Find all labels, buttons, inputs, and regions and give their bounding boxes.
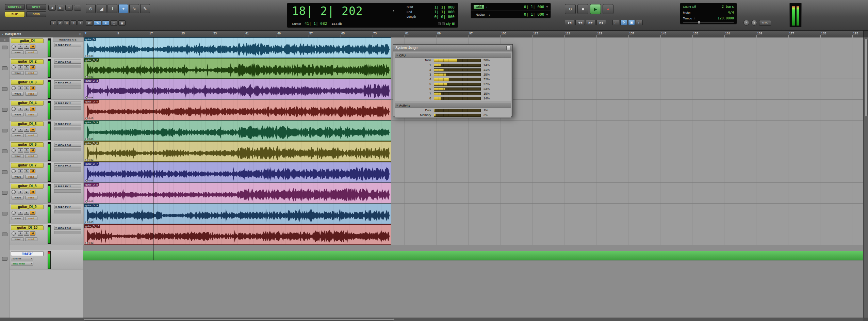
record-enable-button[interactable]	[12, 211, 16, 215]
pre-roll-button[interactable]: ▣	[628, 20, 635, 25]
mute-button[interactable]: M	[30, 45, 35, 49]
mute-button[interactable]: M	[30, 86, 35, 90]
edit-mode-shuffle[interactable]: SHUFFLE	[5, 4, 25, 10]
solo-button[interactable]: S	[24, 190, 29, 194]
input-monitor-button[interactable]: I	[18, 190, 23, 194]
master-track-name[interactable]: master	[11, 251, 44, 256]
automation-mode-selector[interactable]: read	[25, 175, 37, 179]
track-lane[interactable]: guitar_DI_100 dB	[83, 224, 863, 245]
stop-button[interactable]: ■	[577, 4, 588, 14]
insert-slot-a[interactable]: BIAS FX 2	[54, 143, 81, 147]
tab-to-transient-button[interactable]: ▢	[110, 20, 117, 26]
track-view-selector[interactable]: wave	[12, 216, 24, 220]
insert-slot-b[interactable]	[54, 85, 81, 89]
ruler-tick-161[interactable]: 161	[724, 31, 735, 37]
automation-mode-selector[interactable]: read	[25, 92, 37, 96]
chevron-down-icon[interactable]: ▾	[546, 13, 548, 16]
chevron-down-icon[interactable]: ▾	[79, 33, 81, 36]
track-name[interactable]: guitar_DI_8	[11, 184, 44, 189]
mtc-button[interactable]: MTC	[759, 20, 771, 26]
track-name[interactable]: guitar_DI_6	[11, 142, 44, 147]
zoom-tool[interactable]: ⊙	[86, 4, 96, 13]
ruler-ticks[interactable]: ▼ 91725334149576573818997105113121129137…	[83, 31, 863, 37]
track-name[interactable]: guitar_DI_4	[11, 101, 44, 106]
delay-indicator-icon[interactable]	[452, 22, 455, 25]
start-value[interactable]: 1| 1| 000	[434, 5, 455, 10]
insert-slot-b[interactable]	[54, 189, 81, 193]
tempo-slider-knob[interactable]	[698, 21, 700, 23]
metronome-button[interactable]: ♩	[612, 20, 619, 25]
track-list-icon[interactable]	[2, 232, 7, 236]
track-view-selector[interactable]: wave	[12, 92, 24, 96]
counter-dropdown-icon[interactable]: ▾	[393, 9, 394, 12]
audio-clip-guitar_DI_3[interactable]: guitar_DI_30 dB	[84, 79, 391, 99]
close-icon[interactable]	[506, 46, 510, 50]
insert-slot-a[interactable]: BIAS FX 2	[54, 60, 81, 64]
ruler-tick-185[interactable]: 185	[820, 31, 831, 37]
ruler-tick-65[interactable]: 65	[341, 31, 351, 37]
track-list-icon[interactable]	[2, 66, 7, 70]
track-lane[interactable]: guitar_DI_80 dB	[83, 183, 863, 204]
ruler-tick-153[interactable]: 153	[692, 31, 703, 37]
loop-playback-button[interactable]: ↻	[620, 20, 627, 25]
ruler-tick-17[interactable]: 17	[149, 31, 159, 37]
solo-button[interactable]: S	[24, 231, 29, 236]
record-enable-button[interactable]	[12, 45, 16, 49]
rewind-button[interactable]: ◀◀	[575, 20, 585, 25]
insert-slot-b[interactable]	[54, 65, 81, 68]
record-enable-button[interactable]	[12, 86, 16, 90]
track-view-selector[interactable]: wave	[12, 113, 24, 116]
ruler-view-icon[interactable]: ▪	[2, 33, 3, 36]
nav-button-4[interactable]: −	[74, 5, 81, 11]
audio-clip-guitar_DI_2[interactable]: guitar_DI_20 dB	[84, 58, 391, 79]
solo-button[interactable]: S	[24, 45, 29, 49]
track-list-icon[interactable]	[2, 149, 7, 153]
nav-button-1[interactable]: ◀	[48, 5, 56, 11]
automation-mode-selector[interactable]: read	[25, 50, 37, 54]
ruler-tick-137[interactable]: 137	[628, 31, 639, 37]
edit-mode-slip[interactable]: SLIP	[5, 11, 25, 17]
track-name[interactable]: guitar_DI_2	[11, 59, 44, 64]
insert-slot-a[interactable]: BIAS FX 2	[54, 101, 81, 105]
mute-button[interactable]: M	[30, 231, 35, 236]
edit-mode-grid[interactable]: GRID	[26, 11, 46, 17]
insertion-follows-playback-button[interactable]: ▣	[118, 20, 126, 26]
insert-slot-b[interactable]	[54, 127, 81, 130]
track-list-menu-icon[interactable]: ≡	[0, 37, 10, 42]
solo-button[interactable]: S	[24, 169, 29, 173]
solo-button[interactable]: S	[24, 86, 29, 90]
record-enable-button[interactable]	[12, 148, 16, 153]
grabber-tool[interactable]: +	[118, 4, 128, 13]
activity-section-header[interactable]: ▾ Activity	[395, 103, 511, 108]
nav-button-2[interactable]: ▶	[57, 5, 64, 11]
grid-value[interactable]: 0| 1| 000	[524, 5, 544, 9]
online-button[interactable]: ↻	[565, 4, 576, 14]
insert-slot-b[interactable]	[54, 231, 81, 234]
link-timeline-edit-button[interactable]: ⇄	[86, 20, 93, 26]
ruler-tick-9[interactable]: 9	[117, 31, 127, 37]
mute-button[interactable]: M	[30, 148, 35, 153]
insert-slot-b[interactable]	[54, 148, 81, 151]
track-view-selector[interactable]: wave	[12, 71, 24, 75]
track-view-selector[interactable]: wave	[12, 154, 24, 158]
input-monitor-button[interactable]: I	[18, 128, 23, 132]
track-list-icon[interactable]	[2, 87, 7, 91]
track-list-icon[interactable]	[2, 212, 7, 215]
mute-button[interactable]: M	[30, 190, 35, 194]
ruler-tick-89[interactable]: 89	[437, 31, 447, 37]
master-automation-selector[interactable]: auto read	[11, 262, 33, 266]
meter-value[interactable]: 4/4	[728, 11, 734, 14]
solo-button[interactable]: S	[24, 148, 29, 153]
track-name[interactable]: guitar_DI_5	[11, 122, 44, 126]
return-to-zero-button[interactable]: ▮◀	[565, 20, 574, 25]
record-enable-button[interactable]	[12, 190, 16, 194]
ruler-tick-97[interactable]: 97	[469, 31, 479, 37]
system-usage-titlebar[interactable]: System Usage	[393, 45, 512, 51]
audio-clip-guitar_DI_6[interactable]: guitar_DI_60 dB	[84, 141, 391, 162]
insert-slot-b[interactable]	[54, 168, 81, 172]
track-list-icon[interactable]	[2, 191, 7, 195]
solo-button[interactable]: S	[24, 107, 29, 111]
selection-marker-icon[interactable]: ▼	[84, 31, 87, 35]
ruler-tick-33[interactable]: 33	[213, 31, 223, 37]
input-monitor-button[interactable]: I	[18, 231, 23, 236]
